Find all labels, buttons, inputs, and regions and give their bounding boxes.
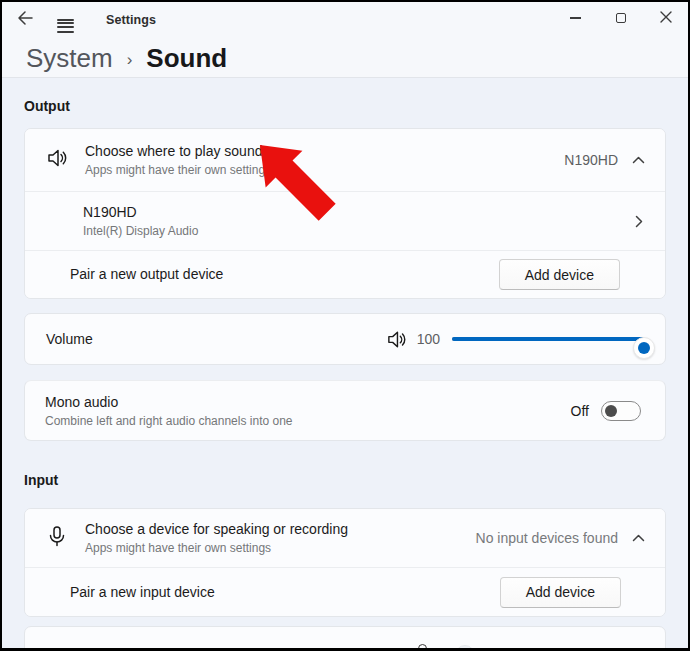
pair-input-label: Pair a new input device (70, 583, 215, 602)
pair-output-label: Pair a new output device (70, 265, 223, 284)
window-controls (553, 2, 688, 34)
choose-output-title: Choose where to play sound (85, 142, 271, 161)
partial-bottom-card (24, 626, 666, 651)
page-title: Sound (146, 43, 227, 74)
app-title: Settings (106, 13, 156, 27)
microphone-icon (47, 526, 67, 551)
close-button[interactable] (643, 2, 688, 34)
volume-speaker-icon[interactable] (386, 329, 407, 350)
settings-window: Settings System › Sound Output (0, 0, 690, 651)
output-section-label: Output (24, 98, 666, 116)
choose-input-row[interactable]: Choose a device for speaking or recordin… (25, 509, 665, 567)
pair-output-row: Pair a new output device Add device (25, 250, 665, 298)
chevron-up-icon[interactable] (632, 156, 645, 164)
volume-label: Volume (46, 330, 93, 349)
close-icon (660, 9, 672, 27)
device-driver: Intel(R) Display Audio (83, 223, 198, 239)
choose-output-row[interactable]: Choose where to play sound Apps might ha… (25, 129, 665, 191)
mono-audio-subtitle: Combine left and right audio channels in… (45, 413, 293, 429)
speaker-icon (46, 147, 68, 173)
volume-slider-track[interactable] (452, 337, 644, 341)
microphone-icon (418, 644, 427, 651)
breadcrumb-separator-icon: › (127, 50, 133, 70)
partial-control (455, 645, 475, 651)
volume-slider-fill (452, 337, 644, 341)
device-name: N190HD (83, 203, 198, 222)
volume-slider-thumb[interactable] (633, 337, 655, 359)
add-input-device-button[interactable]: Add device (500, 577, 621, 608)
choose-input-title: Choose a device for speaking or recordin… (85, 520, 348, 539)
volume-value: 100 (417, 331, 440, 347)
mono-audio-title: Mono audio (45, 393, 293, 412)
maximize-button[interactable] (598, 2, 643, 34)
selected-output-device: N190HD (564, 152, 618, 168)
toggle-knob (605, 405, 617, 417)
back-button[interactable] (8, 6, 42, 34)
mono-audio-toggle[interactable] (601, 401, 641, 421)
title-bar: Settings (2, 2, 688, 38)
chevron-right-icon (635, 215, 643, 228)
breadcrumb-parent[interactable]: System (26, 43, 113, 74)
pair-input-row: Pair a new input device Add device (25, 567, 665, 616)
input-device-card: Choose a device for speaking or recordin… (24, 508, 666, 617)
navigation-menu-button[interactable] (48, 6, 82, 34)
output-device-row[interactable]: N190HD Intel(R) Display Audio (25, 191, 665, 250)
hamburger-icon (57, 19, 74, 21)
back-arrow-icon (17, 11, 33, 29)
input-section-label: Input (24, 472, 666, 490)
add-output-device-button[interactable]: Add device (499, 259, 620, 290)
maximize-icon (616, 13, 626, 23)
mono-audio-card: Mono audio Combine left and right audio … (24, 380, 666, 441)
input-device-status: No input devices found (476, 530, 618, 546)
settings-content: Output Choose where to play sound Apps m… (2, 98, 688, 651)
output-device-card: Choose where to play sound Apps might ha… (24, 128, 666, 299)
chevron-up-icon[interactable] (632, 534, 645, 542)
volume-slider[interactable] (452, 328, 644, 350)
mono-audio-state: Off (571, 403, 589, 419)
choose-output-subtitle: Apps might have their own settings (85, 162, 271, 178)
minimize-icon (570, 17, 581, 19)
choose-input-subtitle: Apps might have their own settings (85, 540, 348, 556)
volume-card: Volume 100 (24, 313, 666, 365)
page-header: System › Sound (2, 38, 688, 78)
minimize-button[interactable] (553, 2, 598, 34)
